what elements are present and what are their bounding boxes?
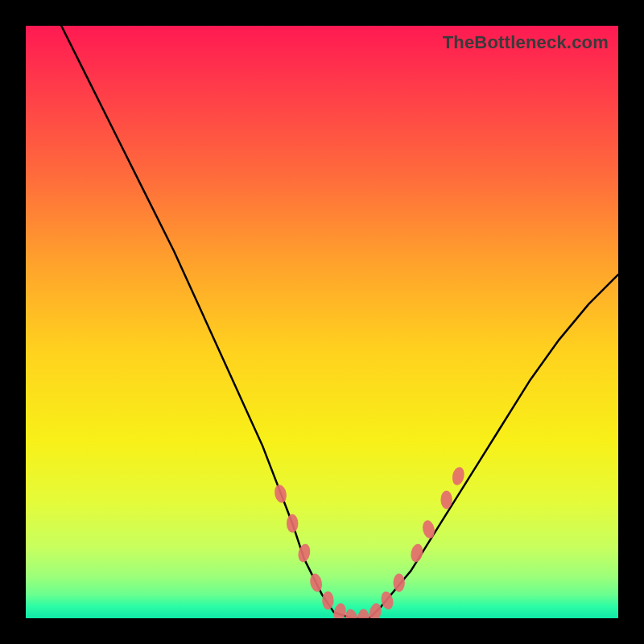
chart-frame: TheBottleneck.com <box>0 0 644 644</box>
marker-point <box>344 608 359 618</box>
chart-svg <box>26 26 618 618</box>
watermark-text: TheBottleneck.com <box>443 32 609 53</box>
marker-point <box>357 609 369 618</box>
chart-plot-area: TheBottleneck.com <box>26 26 618 618</box>
marker-point <box>287 514 298 533</box>
marker-point <box>409 543 424 563</box>
marker-point <box>322 592 333 610</box>
marker-point <box>421 519 436 539</box>
marker-point <box>308 572 324 592</box>
curve-primary-curve <box>61 26 618 618</box>
marker-point <box>273 484 288 504</box>
marker-point <box>368 602 383 618</box>
marker-point <box>394 573 405 592</box>
marker-point <box>440 490 452 509</box>
marker-point <box>451 466 466 486</box>
